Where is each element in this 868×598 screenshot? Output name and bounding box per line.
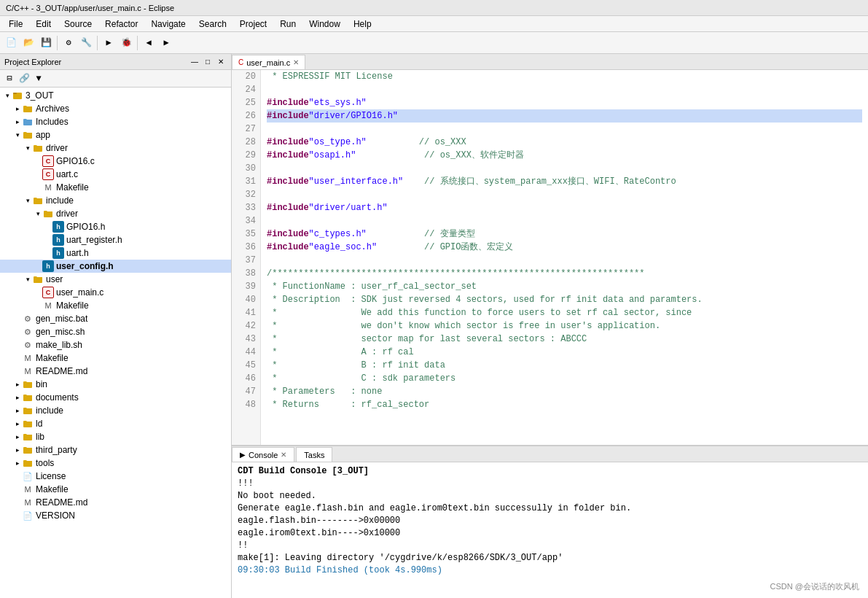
tree-item-uart.c[interactable]: Cuart.c <box>0 168 231 181</box>
tree-icon-include_root <box>22 405 34 416</box>
line-num-36: 36 <box>236 241 256 254</box>
pe-collapse[interactable]: ⊟ <box>3 72 16 85</box>
tree-item-app[interactable]: ▾app <box>0 128 231 141</box>
pe-menu[interactable]: ▼ <box>32 72 45 85</box>
code-line-45: * B : rf init data <box>267 359 862 372</box>
code-line-24 <box>267 83 862 96</box>
pe-minimize[interactable]: — <box>189 56 200 68</box>
console-output: CDT Build Console [3_OUT] !!!No boot nee… <box>232 462 868 598</box>
tree-item-GPIO16.h[interactable]: hGPIO16.h <box>0 220 231 233</box>
menu-item-file[interactable]: File <box>3 18 28 31</box>
tree-icon-user_main.c: C <box>42 287 54 298</box>
toolbar-back[interactable]: ◀ <box>141 35 157 51</box>
line-num-37: 37 <box>236 254 256 267</box>
toolbar-new[interactable]: 📄 <box>3 35 19 51</box>
tree-item-Makefile_driver[interactable]: MMakefile <box>0 181 231 194</box>
tree-item-user_folder[interactable]: ▾user <box>0 273 231 286</box>
tree-icon-make_lib.sh: ⚙ <box>22 339 34 351</box>
menu-item-run[interactable]: Run <box>274 18 302 31</box>
line-num-30: 30 <box>236 162 256 175</box>
tree-item-driver[interactable]: ▾driver <box>0 141 231 155</box>
tree-item-Archives[interactable]: ▸Archives <box>0 102 231 115</box>
tree-item-uart.h[interactable]: huart.h <box>0 246 231 260</box>
toolbar-btn3[interactable]: 🔧 <box>78 35 94 51</box>
tree-item-README_r[interactable]: MREADME.md <box>0 496 231 509</box>
menu-item-project[interactable]: Project <box>234 18 273 31</box>
tree-item-License[interactable]: 📄License <box>0 470 231 483</box>
menu-item-search[interactable]: Search <box>193 18 232 31</box>
toolbar-save[interactable]: 💾 <box>38 35 54 51</box>
pe-maximize[interactable]: □ <box>202 56 214 68</box>
tab-close[interactable]: ✕ <box>293 58 299 66</box>
tree-label-bin: bin <box>36 379 47 389</box>
tree-item-documents[interactable]: ▸documents <box>0 391 231 404</box>
toolbar-btn2[interactable]: ⚙ <box>60 35 77 51</box>
tree-arrow-tools: ▸ <box>13 459 22 467</box>
menu-item-refactor[interactable]: Refactor <box>99 18 144 31</box>
tree-arrow-driver: ▾ <box>23 144 32 152</box>
menu-item-navigate[interactable]: Navigate <box>145 18 191 31</box>
tree-arrow-include_root: ▸ <box>13 407 22 414</box>
tree-icon-README_r: M <box>22 497 34 508</box>
tree-item-include_folder[interactable]: ▾include <box>0 194 231 207</box>
tree-item-uart_register.h[interactable]: huart_register.h <box>0 233 231 246</box>
tree-item-user_config.h[interactable]: huser_config.h <box>0 260 231 273</box>
code-line-25: #include "ets_sys.h" <box>267 96 862 109</box>
tree-item-Makefile_user[interactable]: MMakefile <box>0 299 231 312</box>
tree-icon-Archives <box>22 103 34 114</box>
tree-icon-user_config.h: h <box>42 260 54 272</box>
tree-item-lib[interactable]: ▸lib <box>0 430 231 443</box>
editor-tabs: C user_main.c ✕ <box>232 54 868 70</box>
menu-item-edit[interactable]: Edit <box>30 18 57 31</box>
tree-icon-uart.c: C <box>42 168 54 180</box>
tree-icon-uart_register.h: h <box>52 234 64 246</box>
tree-item-README.md[interactable]: MREADME.md <box>0 365 231 378</box>
pe-link[interactable]: 🔗 <box>17 72 31 85</box>
tree-item-bin[interactable]: ▸bin <box>0 378 231 391</box>
tree-icon-Makefile_driver: M <box>42 182 54 193</box>
tree-item-third_party[interactable]: ▸third_party <box>0 443 231 457</box>
line-num-29: 29 <box>236 149 256 162</box>
tree-arrow-ld: ▸ <box>13 420 22 427</box>
console-tab[interactable]: ▶ Console ✕ <box>232 447 294 462</box>
tree-item-Includes[interactable]: ▸Includes <box>0 115 231 128</box>
toolbar-debug[interactable]: 🐞 <box>118 35 134 51</box>
tree-item-GPIO16.c[interactable]: CGPIO16.c <box>0 155 231 168</box>
console-tab-close[interactable]: ✕ <box>281 451 286 459</box>
tree-item-include_root[interactable]: ▸include <box>0 404 231 417</box>
tree-item-gen_misc.sh[interactable]: ⚙gen_misc.sh <box>0 325 231 338</box>
tasks-tab[interactable]: Tasks <box>296 447 332 462</box>
code-line-32 <box>267 188 862 201</box>
code-line-39: * FunctionName : user_rf_cal_sector_set <box>267 280 862 293</box>
toolbar-forward[interactable]: ▶ <box>158 35 174 51</box>
toolbar-run[interactable]: ▶ <box>101 35 117 51</box>
tree-item-Makefile_r2[interactable]: MMakefile <box>0 483 231 496</box>
tree-icon-lib <box>22 431 34 443</box>
tree-icon-License: 📄 <box>22 470 34 482</box>
toolbar-open[interactable]: 📂 <box>20 35 36 51</box>
tree-item-3_OUT[interactable]: ▾3_OUT <box>0 89 231 102</box>
tree-arrow-3_OUT: ▾ <box>3 92 12 99</box>
code-line-43: * sector map for last several sectors : … <box>267 333 862 346</box>
tree-item-ld[interactable]: ▸ld <box>0 417 231 430</box>
menu-item-source[interactable]: Source <box>58 18 98 31</box>
tree-item-VERSION[interactable]: 📄VERSION <box>0 509 231 522</box>
tree-item-tools[interactable]: ▸tools <box>0 457 231 470</box>
menu-item-window[interactable]: Window <box>303 18 346 31</box>
menu-item-help[interactable]: Help <box>348 18 378 31</box>
editor-tab-main[interactable]: C user_main.c ✕ <box>232 55 305 69</box>
line-num-45: 45 <box>236 359 256 372</box>
editor-content[interactable]: 2024252627282930313233343536373839404142… <box>232 70 868 445</box>
title-text: C/C++ - 3_OUT/app/user/user_main.c - Ecl… <box>6 4 174 12</box>
tree-item-gen_misc.bat[interactable]: ⚙gen_misc.bat <box>0 312 231 325</box>
code-line-35: #include "c_types.h" // 变量类型 <box>267 228 862 241</box>
tree-item-Makefile_root[interactable]: MMakefile <box>0 352 231 365</box>
line-num-33: 33 <box>236 201 256 214</box>
line-num-46: 46 <box>236 372 256 385</box>
tree-item-user_main.c[interactable]: Cuser_main.c <box>0 286 231 299</box>
tree-item-make_lib.sh[interactable]: ⚙make_lib.sh <box>0 338 231 352</box>
pe-close[interactable]: ✕ <box>215 56 227 68</box>
tree-item-driver_include[interactable]: ▾driver <box>0 207 231 220</box>
editor-area: C user_main.c ✕ 202425262728293031323334… <box>232 54 868 445</box>
tree-icon-documents <box>22 392 34 403</box>
